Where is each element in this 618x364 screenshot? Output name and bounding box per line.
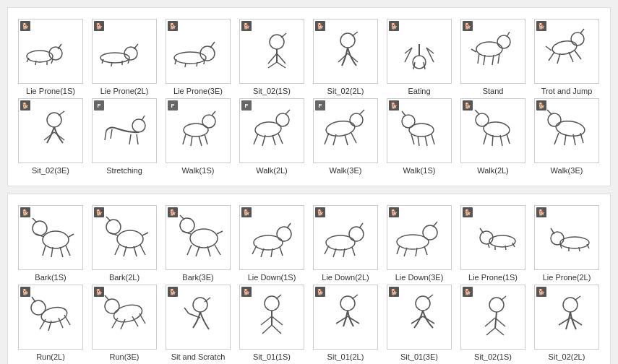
item-lie-prone-1s[interactable]: 🐕 Lie Prone(1S): [15, 19, 86, 95]
dog-icon: 🐕: [94, 207, 104, 217]
item-bark-3e[interactable]: 🐕 Bark(3E): [163, 205, 233, 282]
svg-point-125: [180, 218, 194, 233]
thumb-sit-02-3e: 🐕: [18, 98, 83, 163]
item-eating[interactable]: 🐕 Eating: [384, 19, 455, 95]
svg-line-53: [575, 51, 581, 59]
svg-line-61: [105, 131, 106, 140]
svg-point-8: [124, 47, 137, 60]
item-lie-prone-1s-2[interactable]: 🐕 Lie Prone(1S): [458, 205, 528, 282]
svg-line-16: [210, 42, 215, 48]
pose-svg: [394, 26, 445, 77]
item-sit-02-2l-2[interactable]: 🐕 Sit_02(2L): [531, 285, 602, 361]
svg-point-80: [325, 119, 356, 137]
pose-svg: [394, 292, 445, 342]
item-lie-prone-2l[interactable]: 🐕 Lie Prone(2L): [89, 19, 160, 95]
dog-icon: 🐕: [20, 100, 30, 110]
item-run-2l[interactable]: 🐕 Run(2L): [15, 285, 86, 361]
item-sit-01-3e[interactable]: 🐕 Sit_01(3E): [384, 285, 455, 361]
svg-line-121: [134, 246, 137, 256]
svg-line-20: [204, 60, 205, 64]
item-walk-3e-r2[interactable]: 🐕 Walk(3E): [531, 98, 602, 175]
label-eating: Eating: [408, 87, 430, 95]
svg-line-112: [60, 247, 63, 257]
item-lie-down-3e[interactable]: 🐕 Lie Down(3E): [384, 205, 455, 282]
item-bark-1s[interactable]: 🐕 Bark(1S): [15, 205, 86, 282]
pose-svg: [246, 105, 297, 156]
svg-line-144: [325, 246, 329, 254]
label-bark-1s: Bark(1S): [35, 273, 66, 282]
label-bark-2l: Bark(2L): [109, 273, 140, 282]
item-sit-01-2l[interactable]: 🐕 Sit_01(2L): [310, 285, 381, 361]
dog-icon: 🐕: [168, 207, 178, 217]
label-sit-01-2l: Sit_01(2L): [327, 352, 364, 361]
dog-icon: 🐕: [241, 207, 252, 217]
item-sit-02-2l[interactable]: 🐕 Sit_02(2L): [310, 19, 381, 95]
label-lie-prone-3e: Lie Prone(3E): [173, 87, 223, 95]
section-1: 🐕 Lie Prone(1S) 🐕: [7, 7, 611, 186]
item-walk-3e-r1[interactable]: F Walk(3E): [310, 98, 381, 175]
svg-line-75: [254, 134, 258, 144]
item-walk-1s-r1[interactable]: F Walk(1S): [163, 98, 233, 175]
dog-icon: 🐕: [389, 207, 399, 217]
svg-point-94: [483, 121, 510, 137]
pose-svg: [173, 212, 223, 263]
item-sit-02-1s[interactable]: 🐕 Sit_02(1S): [236, 19, 307, 95]
pose-svg: [246, 26, 297, 77]
pose-svg: [25, 212, 76, 263]
svg-point-163: [551, 232, 564, 245]
item-lie-prone-3e[interactable]: 🐕 Lie Prone(3E): [163, 19, 233, 95]
item-sit-02-3e[interactable]: 🐕 Sit_02(3E): [15, 98, 86, 175]
thumb-walk-3e-r2: 🐕: [534, 98, 599, 163]
item-lie-prone-2l-2[interactable]: 🐕 Lie Prone(2L): [531, 205, 602, 282]
section-2: 🐕 Bark(1S) 🐕: [7, 194, 611, 364]
svg-line-204: [486, 328, 495, 335]
item-bark-2l[interactable]: 🐕 Bark(2L): [89, 205, 160, 282]
svg-line-192: [276, 295, 281, 299]
item-trot-and-jump[interactable]: 🐕 Trot and Jump: [531, 19, 602, 95]
item-sit-01-1s[interactable]: 🐕 Sit_01(1S): [236, 285, 307, 361]
svg-line-43: [484, 55, 485, 65]
label-walk-1s-r2: Walk(1S): [403, 166, 436, 175]
item-walk-2l-r2[interactable]: 🐕 Walk(2L): [458, 98, 528, 175]
label-sit-02-3e: Sit_02(3E): [32, 166, 69, 175]
item-walk-2l-r1[interactable]: F Walk(2L): [236, 98, 307, 175]
svg-line-85: [351, 133, 356, 143]
label-lie-prone-1s-2: Lie Prone(1S): [468, 273, 518, 282]
label-walk-3e-r2: Walk(3E): [551, 166, 583, 175]
item-walk-1s-r2[interactable]: 🐕 Walk(1S): [384, 98, 455, 175]
svg-line-185: [184, 308, 189, 313]
svg-line-110: [43, 246, 46, 256]
pose-svg: [99, 212, 150, 263]
item-stretching[interactable]: F Stretching: [89, 98, 160, 175]
pose-svg: [394, 212, 445, 263]
dog-icon: 🐕: [315, 287, 325, 297]
item-lie-down-1s[interactable]: 🐕 Lie Down(1S): [236, 205, 307, 282]
svg-point-141: [349, 227, 364, 241]
svg-point-87: [409, 124, 434, 136]
label-stand: Stand: [483, 87, 504, 95]
svg-line-202: [485, 318, 495, 326]
dog-icon: 🐕: [463, 100, 473, 110]
thumb-stretching: F: [92, 98, 157, 163]
label-run-2l: Run(2L): [36, 352, 65, 361]
svg-line-42: [478, 53, 479, 64]
item-sit-and-scratch[interactable]: 🐕 Sit and Scratch: [163, 285, 233, 361]
svg-line-6: [51, 59, 53, 64]
svg-line-103: [554, 133, 559, 144]
label-trot-and-jump: Trot and Jump: [541, 87, 593, 95]
item-lie-down-2l[interactable]: 🐕 Lie Down(2L): [310, 205, 381, 282]
svg-line-113: [66, 246, 70, 256]
dog-icon: 🐕: [315, 21, 325, 31]
item-stand[interactable]: 🐕 Stand: [458, 19, 528, 95]
thumb-sit-02-2l: 🐕: [313, 19, 378, 84]
svg-point-40: [476, 42, 502, 56]
item-run-3e[interactable]: 🐕 Run(3E): [89, 285, 160, 361]
svg-line-127: [180, 215, 184, 220]
svg-line-124: [142, 233, 148, 235]
svg-line-49: [580, 29, 584, 33]
pose-svg: [468, 292, 518, 342]
svg-line-11: [111, 62, 112, 66]
dog-icon: 🐕: [94, 21, 104, 31]
item-sit-02-1s-2[interactable]: 🐕 Sit_02(1S): [458, 285, 528, 361]
svg-line-180: [121, 319, 125, 329]
